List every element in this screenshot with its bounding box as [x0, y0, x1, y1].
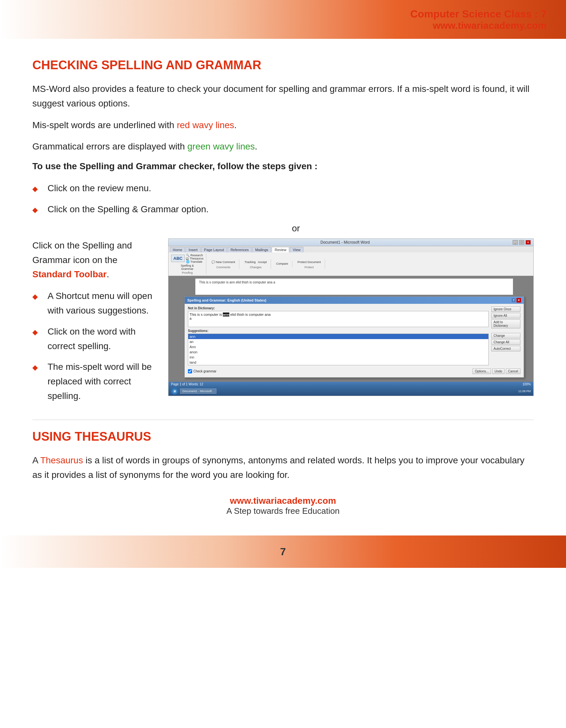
ribbon-translate: 🌐 Translate: [186, 260, 204, 263]
footer-area: www.tiwariacademy.com A Step towards fre…: [32, 489, 534, 523]
section2-prefix: A: [32, 455, 40, 465]
spell-dialog-title-text: Spelling and Grammar: English (United St…: [187, 298, 266, 302]
section2-text: is a list of words in groups of synonyms…: [32, 455, 525, 480]
spell-bottom-row: Check grammar Options... Undo Cancel: [188, 369, 520, 374]
para2-suffix: .: [234, 120, 237, 130]
suggestion-land[interactable]: land: [188, 360, 488, 365]
word-screenshot-container: Document1 - Microsoft Word _ □ ✕ Home In…: [168, 238, 534, 396]
word-main-area: This is s computer is ann elid thish is …: [169, 276, 533, 382]
word-taskbar: ⊞ Document1 - Microsoft... 11:08 PM: [169, 387, 533, 396]
suggestion-ann[interactable]: ann: [188, 334, 488, 339]
change-btn[interactable]: Change: [491, 333, 520, 338]
footer-url: www.tiwariacademy.com: [32, 496, 534, 506]
section2-heading: USING THESAURUS: [32, 430, 534, 444]
left-col-suffix: .: [107, 269, 109, 279]
ribbon-comments: 💬 New Comment Comments: [210, 259, 239, 269]
tab-page-layout[interactable]: Page Layout: [201, 247, 227, 252]
footer-tagline: A Step towards free Education: [32, 506, 534, 516]
word-page-content: This is s computer is ann elid thish is …: [199, 281, 509, 284]
taskbar-time: 11:08 PM: [518, 390, 531, 393]
tab-insert[interactable]: Insert: [186, 247, 201, 252]
bullet-text-1: Click on the review menu.: [48, 181, 534, 196]
autocorrect-btn[interactable]: AutoCorrect: [491, 346, 520, 351]
section2-thesaurus-highlight: Thesaurus: [40, 455, 83, 465]
ignore-once-btn[interactable]: Ignore Once: [491, 306, 520, 312]
spell-dialog: Spelling and Grammar: English (United St…: [184, 296, 524, 378]
suggestion-inn[interactable]: inn: [188, 355, 488, 360]
ribbon-tracking: Tracking Accept Changes: [243, 259, 271, 269]
status-bar-right: 100%: [522, 382, 531, 386]
spell-text-after: elid thish is computer ana: [229, 313, 271, 316]
word-doc-area: This is s computer is ann elid thish is …: [175, 276, 533, 382]
spell-bottom-btns: Options... Undo Cancel: [472, 369, 520, 374]
or-text: or: [58, 223, 534, 234]
taskbar-start-btn[interactable]: ⊞: [171, 388, 178, 395]
left-col: Click on the Spelling and Grammar icon o…: [32, 238, 155, 410]
status-bar-text: Page 1 of 1 Words: 12: [171, 382, 203, 386]
para3-suffix: .: [255, 141, 258, 151]
spelling-grammar-btn[interactable]: ABC: [171, 255, 185, 262]
ignore-all-btn[interactable]: Ignore All: [491, 313, 520, 318]
check-grammar-row: Check grammar: [188, 369, 217, 373]
para3-highlight: green wavy lines: [187, 141, 255, 151]
bullet-diamond-3: ◆: [32, 291, 38, 302]
word-screenshot: Document1 - Microsoft Word _ □ ✕ Home In…: [168, 238, 534, 396]
steps-heading: To use the Spelling and Grammar checker,…: [32, 161, 534, 171]
two-col-layout: Click on the Spelling and Grammar icon o…: [32, 238, 534, 410]
suggestion-an[interactable]: an: [188, 339, 488, 344]
minimize-btn[interactable]: _: [513, 240, 518, 245]
options-btn[interactable]: Options...: [472, 369, 491, 374]
word-title-text: Document1 - Microsoft Word: [178, 240, 513, 245]
taskbar-app-btn[interactable]: Document1 - Microsoft...: [180, 389, 217, 394]
bullet-item-4: ◆ Click on the word with correct spellin…: [32, 325, 155, 354]
bullet-diamond-4: ◆: [32, 326, 38, 338]
word-tabs: Home Insert Page Layout References Maili…: [169, 246, 533, 252]
dialog-help-btn[interactable]: ?: [511, 298, 516, 303]
spell-dialog-title: Spelling and Grammar: English (United St…: [185, 297, 524, 304]
para3-prefix: Grammatical errors are displayed with: [32, 141, 187, 151]
tab-mailings[interactable]: Mailings: [252, 247, 271, 252]
suggestion-Ann[interactable]: Ann: [188, 344, 488, 349]
section1-heading: CHECKING SPELLING AND GRAMMAR: [32, 58, 534, 72]
word-controls: _ □ ✕: [513, 240, 531, 245]
suggestions-label: Suggestions:: [188, 329, 489, 333]
ribbon-research: 🔍 Research: [186, 254, 204, 257]
left-col-highlight: Standard Toolbar: [32, 269, 107, 279]
header-text: Computer Science Class : 7 www.tiwariaca…: [410, 8, 547, 31]
ribbon-tools: ABC 🔍 Research 🕮 Thesaurus 🌐 Translate S…: [169, 252, 533, 276]
section1-para2: Mis-spelt words are underlined with red …: [32, 118, 534, 133]
bottom-banner: 7: [0, 535, 566, 568]
page-number: 7: [280, 546, 286, 558]
header-url: www.tiwariacademy.com: [410, 20, 547, 31]
word-title-bar: Document1 - Microsoft Word _ □ ✕: [169, 239, 533, 246]
cancel-btn[interactable]: Cancel: [506, 369, 520, 374]
ribbon-thesaurus: 🕮 Thesaurus: [186, 257, 204, 260]
close-btn[interactable]: ✕: [526, 240, 531, 245]
tab-references[interactable]: References: [228, 247, 252, 252]
main-content: CHECKING SPELLING AND GRAMMAR MS-Word al…: [0, 39, 566, 523]
dialog-close-btn[interactable]: ✕: [516, 298, 521, 303]
bullet-item-2: ◆ Click on the Spelling & Grammar option…: [32, 202, 534, 217]
spell-right-buttons: Ignore Once Ignore All Add to Dictionary…: [491, 306, 520, 367]
suggestion-anon[interactable]: anon: [188, 349, 488, 355]
ribbon-compare: Compare: [275, 261, 292, 267]
check-grammar-checkbox[interactable]: [188, 369, 192, 373]
not-in-dict-label: Not in Dictionary:: [188, 306, 489, 310]
undo-btn[interactable]: Undo: [492, 369, 505, 374]
bullet-text-4: Click on the word with correct spelling.: [48, 325, 155, 354]
tab-home[interactable]: Home: [170, 247, 185, 252]
restore-btn[interactable]: □: [519, 240, 524, 245]
change-all-btn[interactable]: Change All: [491, 339, 520, 345]
svg-text:⊞: ⊞: [174, 390, 176, 393]
tab-view[interactable]: View: [290, 247, 303, 252]
para2-highlight: red wavy lines: [177, 120, 234, 130]
top-banner: Computer Science Class : 7 www.tiwariaca…: [0, 0, 566, 39]
left-col-text: Click on the Spelling and Grammar icon o…: [32, 238, 155, 282]
bullet-text-5: The mis-spelt word will be replaced with…: [48, 360, 155, 403]
check-grammar-label: Check grammar: [194, 370, 217, 373]
tab-review[interactable]: Review: [272, 247, 289, 252]
add-to-dict-btn[interactable]: Add to Dictionary: [491, 319, 520, 328]
word-left-ruler: [169, 276, 175, 382]
bullet-text-2: Click on the Spelling & Grammar option.: [48, 202, 534, 217]
ribbon-protect-label: Protect: [305, 266, 314, 269]
